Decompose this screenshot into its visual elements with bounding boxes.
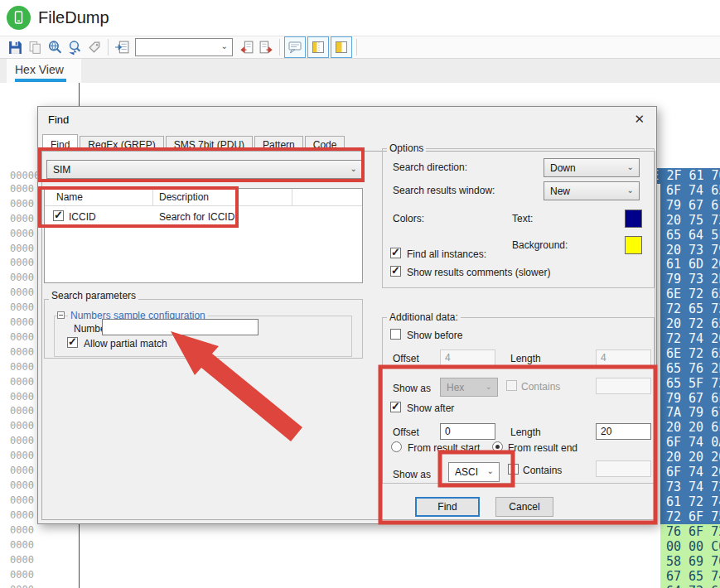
hex-address-stub: 0000 (10, 198, 34, 210)
results-window-label: Search results window: (393, 185, 495, 196)
show-after-checkbox[interactable] (390, 402, 401, 412)
show-after-label: Show after (407, 402, 454, 414)
tag-icon[interactable] (85, 38, 104, 56)
hex-strip-bytes: 6E 72 65 (666, 287, 720, 302)
dialog-title: Find (48, 113, 69, 126)
show-results-comments-checkbox[interactable] (390, 266, 401, 277)
hex-strip-bytes: 20 75 73 (666, 213, 720, 229)
after-offset-input[interactable] (440, 423, 495, 440)
column-divider (152, 189, 153, 205)
preset-combo-value: SIM (53, 164, 70, 176)
hex-strip-bytes: 20 72 65 (666, 316, 720, 332)
results-window-value: New (550, 186, 570, 197)
title-bar: FileDump (0, 0, 720, 36)
hex-address-stub: 0000 (10, 524, 34, 536)
allow-partial-match-checkbox[interactable] (67, 337, 78, 348)
after-offset-label: Offset (393, 427, 419, 438)
right-pane-toggle-icon[interactable] (331, 36, 352, 58)
after-show-as-label: Show as (393, 469, 431, 480)
goto-record-icon[interactable] (112, 38, 132, 56)
search-direction-label: Search direction: (393, 161, 467, 173)
after-contains-checkbox[interactable] (508, 464, 519, 475)
number-input[interactable] (102, 319, 259, 335)
cancel-button[interactable]: Cancel (495, 497, 553, 517)
hex-address-stub: 0000 (10, 243, 34, 254)
hex-strip-bytes: 7A 79 67 (666, 405, 720, 421)
after-contains-input (596, 460, 651, 477)
copy-icon[interactable] (25, 38, 45, 56)
hex-address-stub: 0000 (10, 183, 34, 195)
hex-address-stub: 0000 (10, 228, 34, 239)
before-contains-input (596, 378, 651, 394)
from-result-start-radio[interactable] (391, 441, 402, 452)
hex-address-stub: 0000 (10, 331, 34, 343)
results-window-combo[interactable]: New ⌄ (544, 181, 640, 200)
after-length-input[interactable] (596, 423, 651, 440)
collapse-icon[interactable] (57, 311, 65, 319)
find-all-instances-checkbox[interactable] (390, 248, 401, 258)
active-tab-indicator (15, 79, 66, 82)
options-label: Options (387, 142, 426, 154)
filedump-window: FileDump ⌄ (0, 0, 720, 588)
hex-address-stub: 0000 (10, 569, 34, 581)
hex-address-stub: 0000 (10, 420, 34, 431)
app-title: FileDump (38, 8, 109, 27)
column-header-description[interactable]: Description (159, 189, 209, 205)
hex-address-stub: 0000 (10, 391, 34, 402)
search-direction-combo[interactable]: Down ⌄ (544, 158, 640, 177)
left-pane-toggle-icon[interactable] (307, 36, 329, 58)
main-toolbar: ⌄ (0, 36, 720, 59)
toolbar-search-combo[interactable]: ⌄ (135, 38, 233, 56)
chevron-down-icon: ⌄ (487, 466, 494, 475)
hex-address-stub: 0000 (10, 450, 34, 461)
background-color-label: Background: (512, 239, 568, 251)
save-icon[interactable] (5, 38, 25, 56)
app-logo-icon (7, 6, 31, 30)
tab-hex-view[interactable]: Hex View (7, 59, 81, 83)
after-format-combo[interactable]: ASCI ⌄ (448, 462, 500, 482)
from-result-end-radio[interactable] (492, 441, 503, 452)
before-offset-label: Offset (393, 353, 419, 364)
hex-strip-bytes: 61 72 74 (666, 494, 720, 510)
hex-address-stub: 0000 (10, 584, 34, 588)
before-format-value: Hex (447, 382, 464, 393)
chevron-down-icon: ⌄ (627, 186, 634, 195)
hex-strip-bytes: 79 67 61 (666, 198, 720, 214)
hex-address-stub: 0000 (10, 435, 34, 446)
hex-strip-bytes: 61 6D 20 (666, 257, 720, 272)
background-color-swatch[interactable] (625, 236, 642, 254)
jump-forward-icon[interactable] (256, 38, 276, 56)
toolbar-separator (279, 39, 280, 55)
after-contains-label: Contains (523, 465, 562, 476)
header-divider (45, 205, 362, 206)
hex-strip-bytes: 65 76 2E (666, 361, 720, 377)
hex-address-stub: 0000 (10, 554, 34, 566)
column-divider (292, 189, 292, 205)
text-color-swatch[interactable] (625, 210, 642, 228)
jump-back-icon[interactable] (236, 38, 256, 56)
hex-address-stub: 0000 (10, 494, 34, 506)
after-length-label: Length (510, 427, 541, 438)
show-before-checkbox[interactable] (390, 329, 401, 340)
toolbar-separator (356, 39, 357, 55)
preset-combo[interactable]: SIM ⌄ (46, 160, 363, 179)
hex-address-stub: 0000 (10, 346, 34, 358)
hex-address-stub: 0000 (10, 316, 34, 328)
before-offset-input (440, 349, 495, 366)
find-icon[interactable] (45, 38, 65, 56)
find-button[interactable]: Find (415, 497, 480, 517)
chevron-down-icon: ⌄ (350, 164, 357, 173)
hex-address-stub: 0000 (10, 465, 34, 476)
allow-partial-match-label: Allow partial match (84, 338, 167, 349)
find-next-icon[interactable] (65, 38, 85, 56)
additional-data-label: Additional data: (387, 311, 461, 323)
toolbar-separator (108, 39, 109, 55)
preset-table[interactable]: Name Description ICCID Search for ICCID (44, 188, 363, 283)
search-direction-value: Down (550, 162, 576, 174)
comments-toggle-icon[interactable] (284, 36, 306, 58)
find-all-instances-label: Find all instances: (407, 248, 486, 260)
iccid-checkbox[interactable] (53, 210, 64, 221)
column-header-name[interactable]: Name (56, 189, 83, 205)
hex-strip-bytes: 6F 74 20 (666, 465, 720, 480)
close-icon[interactable]: ✕ (634, 112, 645, 127)
